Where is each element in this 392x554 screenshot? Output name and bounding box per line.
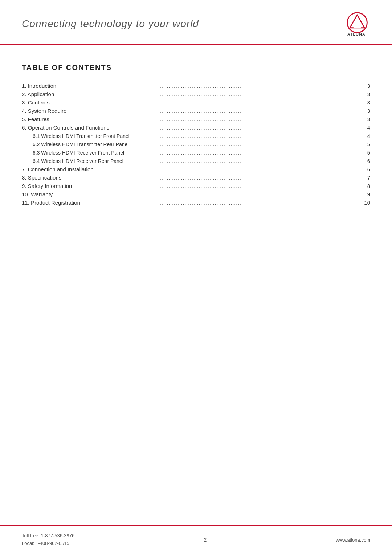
toc-entry-page: 5 [359,149,370,156]
toc-entry-dots: ........................................… [160,141,359,147]
toc-row: 6.1 Wireless HDMI Transmitter Front Pane… [22,133,370,139]
toc-entry-dots: ........................................… [160,175,359,181]
toc-entry-dots: ........................................… [160,108,359,114]
toc-entry-dots: ........................................… [160,125,359,131]
main-content: TABLE OF CONTENTS 1. Introduction.......… [0,45,392,222]
toc-entry-label: 2. Application [22,91,160,97]
toc-row: 5. Features.............................… [22,116,370,122]
toc-entry-dots: ........................................… [160,100,359,106]
toc-entry-label: 9. Safety Information [22,183,160,189]
toc-entry-page: 3 [359,108,370,114]
atlona-logo: ATLONA. [344,11,370,37]
local-label: Local: [22,541,36,546]
toc-entry-dots: ........................................… [160,150,359,156]
toc-entry-label: 3. Contents [22,99,160,106]
toc-entry-label: 4. System Require [22,108,160,114]
toc-entry-label: 1. Introduction [22,83,160,89]
toc-entry-label: 6.3 Wireless HDMI Receiver Front Panel [22,150,160,156]
atlona-logo-icon: ATLONA. [344,11,370,37]
toc-row: 10. Warranty............................… [22,191,370,197]
toc-entry-page: 7 [359,175,370,181]
header-tagline: Connecting technology to your world [22,18,199,30]
footer-page-number: 2 [204,537,207,543]
toc-row: 6.3 Wireless HDMI Receiver Front Panel..… [22,149,370,156]
toc-entry-page: 10 [359,200,370,206]
toc-entry-page: 3 [359,83,370,89]
toc-row: 8. Specifications.......................… [22,175,370,181]
toll-free-number: 1-877-536-3976 [41,533,75,538]
toc-row: 6. Operation Controls and Functions.....… [22,124,370,131]
toc-entry-dots: ........................................… [160,116,359,122]
toc-entry-page: 6 [359,158,370,164]
toc-entry-label: 6.2 Wireless HDMI Transmitter Rear Panel [22,141,160,147]
toc-entry-page: 3 [359,91,370,97]
toc-entry-label: 5. Features [22,116,160,122]
toc-entry-dots: ........................................… [160,192,359,197]
toc-entry-label: 7. Connection and Installation [22,166,160,172]
toll-free-label: Toll free: [22,533,41,538]
toc-entry-label: 8. Specifications [22,175,160,181]
svg-marker-2 [353,20,361,28]
toc-row: 11. Product Registration................… [22,200,370,206]
toc-row: 6.4 Wireless HDMI Receiver Rear Panel...… [22,158,370,164]
toll-free-line: Toll free: 1-877-536-3976 [22,532,74,540]
toc-entry-label: 6.4 Wireless HDMI Receiver Rear Panel [22,158,160,164]
toc-list: 1. Introduction.........................… [22,83,370,206]
toc-entry-page: 3 [359,99,370,106]
toc-entry-label: 6.1 Wireless HDMI Transmitter Front Pane… [22,133,160,139]
toc-entry-page: 4 [359,124,370,131]
toc-row: 7. Connection and Installation..........… [22,166,370,172]
toc-entry-label: 6. Operation Controls and Functions [22,124,160,131]
page-footer: Toll free: 1-877-536-3976 Local: 1-408-9… [0,525,392,554]
svg-text:ATLONA.: ATLONA. [347,32,367,36]
toc-entry-dots: ........................................… [160,91,359,97]
toc-row: 9. Safety Information...................… [22,183,370,189]
local-number: 1-408-962-0515 [36,541,69,546]
toc-entry-dots: ........................................… [160,167,359,172]
toc-entry-dots: ........................................… [160,200,359,206]
toc-row: 4. System Require.......................… [22,108,370,114]
toc-entry-dots: ........................................… [160,183,359,189]
toc-entry-page: 8 [359,183,370,189]
toc-row: 3. Contents.............................… [22,99,370,106]
toc-title: TABLE OF CONTENTS [22,63,370,72]
toc-row: 1. Introduction.........................… [22,83,370,89]
toc-entry-label: 11. Product Registration [22,200,160,206]
toc-entry-dots: ........................................… [160,133,359,139]
toc-entry-label: 10. Warranty [22,191,160,197]
page-header: Connecting technology to your world ATLO… [0,0,392,45]
local-line: Local: 1-408-962-0515 [22,540,74,547]
footer-contact: Toll free: 1-877-536-3976 Local: 1-408-9… [22,532,74,547]
toc-entry-page: 4 [359,133,370,139]
toc-entry-dots: ........................................… [160,158,359,164]
toc-entry-page: 3 [359,116,370,122]
toc-row: 2. Application..........................… [22,91,370,97]
toc-entry-page: 5 [359,141,370,147]
toc-row: 6.2 Wireless HDMI Transmitter Rear Panel… [22,141,370,147]
footer-website: www.atlona.com [336,537,370,543]
toc-entry-dots: ........................................… [160,83,359,89]
toc-entry-page: 9 [359,191,370,197]
toc-entry-page: 6 [359,166,370,172]
